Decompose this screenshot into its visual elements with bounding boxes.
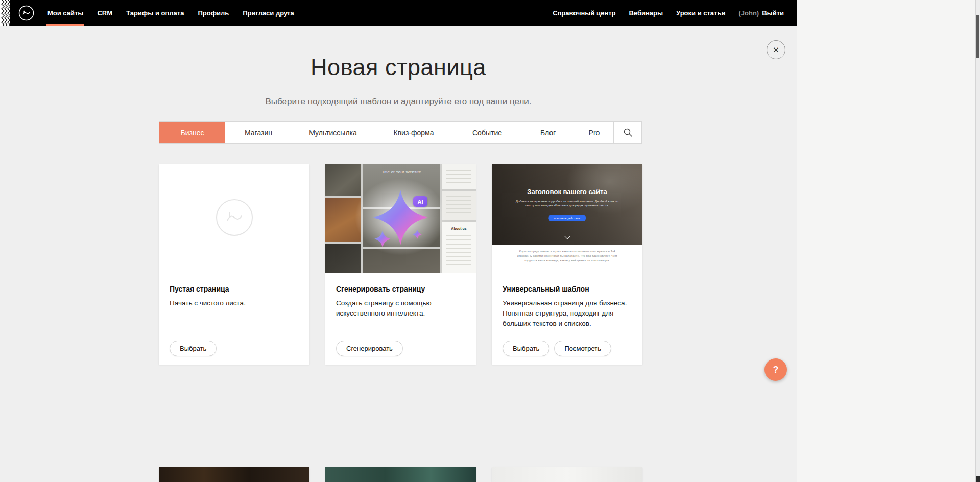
select-blank-button[interactable]: Выбрать bbox=[170, 341, 217, 356]
tab-business[interactable]: Бизнес bbox=[159, 122, 225, 143]
nav-webinars[interactable]: Вебинары bbox=[629, 0, 663, 26]
generate-page-button[interactable]: Сгенерировать bbox=[336, 341, 403, 356]
template-search-button[interactable] bbox=[613, 122, 641, 143]
template-card-universal[interactable]: Заголовок вашего сайта Добавьте интересн… bbox=[492, 164, 642, 365]
account-section: (John) Выйти bbox=[738, 0, 784, 26]
secondary-nav: Справочный центр Вебинары Уроки и статьи… bbox=[553, 0, 784, 26]
card-description: Начать с чистого листа. bbox=[170, 298, 299, 308]
card-title: Универсальный шаблон bbox=[503, 285, 632, 293]
preview-subtext: Добавьте интересные подробности о вашей … bbox=[515, 199, 619, 207]
ai-badge: AI bbox=[413, 196, 427, 207]
tilda-logo[interactable] bbox=[18, 5, 34, 21]
top-navigation-bar: Мои сайты CRM Тарифы и оплата Профиль Пр… bbox=[0, 0, 797, 26]
template-card-partial[interactable] bbox=[159, 467, 309, 482]
nav-tariffs-payment[interactable]: Тарифы и оплата bbox=[126, 0, 184, 26]
card-actions: Выбрать bbox=[170, 341, 217, 356]
preview-cta-button: основное действие bbox=[548, 215, 586, 221]
dialog-subtitle: Выберите подходящий шаблон и адаптируйте… bbox=[0, 97, 797, 107]
ai-sparkle-icon bbox=[325, 164, 476, 273]
template-category-tabs: Бизнес Магазин Мультиссылка Квиз-форма С… bbox=[159, 121, 642, 144]
chevron-down-icon bbox=[564, 233, 570, 239]
template-card-partial[interactable] bbox=[492, 467, 642, 482]
logout-link[interactable]: Выйти bbox=[762, 9, 784, 17]
search-icon bbox=[624, 128, 632, 137]
preview-body-text: Коротко представьтесь и расскажите о ком… bbox=[492, 245, 642, 279]
tilda-watermark-icon bbox=[215, 198, 254, 237]
card-actions: Выбрать Посмотреть bbox=[503, 341, 611, 356]
card-title: Сгенерировать страницу bbox=[336, 285, 465, 293]
template-card-ai-generate[interactable]: Title of Your Website About us bbox=[325, 164, 476, 365]
select-universal-button[interactable]: Выбрать bbox=[503, 341, 549, 356]
dialog-title: Новая страница bbox=[0, 54, 797, 81]
tab-multilink[interactable]: Мультиссылка bbox=[292, 122, 374, 143]
account-name: (John) bbox=[738, 9, 759, 17]
template-card-blank[interactable]: Пустая страница Начать с чистого листа. … bbox=[159, 164, 309, 365]
scrollbar[interactable] bbox=[975, 0, 980, 482]
card-title: Пустая страница bbox=[170, 285, 299, 293]
tab-blog[interactable]: Блог bbox=[521, 122, 575, 143]
nav-help-center[interactable]: Справочный центр bbox=[553, 0, 615, 26]
template-card-partial[interactable] bbox=[325, 467, 476, 482]
nav-crm[interactable]: CRM bbox=[97, 0, 112, 26]
tilda-app-window: Мои сайты CRM Тарифы и оплата Профиль Пр… bbox=[0, 0, 797, 482]
preview-hero-section: Заголовок вашего сайта Добавьте интересн… bbox=[492, 164, 642, 245]
nav-invite-friend[interactable]: Пригласи друга bbox=[243, 0, 294, 26]
card-actions: Сгенерировать bbox=[336, 341, 403, 356]
tab-event[interactable]: Событие bbox=[453, 122, 521, 143]
tab-pro[interactable]: Pro bbox=[575, 122, 613, 143]
main-nav: Мои сайты CRM Тарифы и оплата Профиль Пр… bbox=[47, 0, 294, 26]
nav-lessons-articles[interactable]: Уроки и статьи bbox=[676, 0, 725, 26]
tab-shop[interactable]: Магазин bbox=[225, 122, 292, 143]
nav-profile[interactable]: Профиль bbox=[198, 0, 229, 26]
close-icon: ✕ bbox=[773, 45, 779, 54]
template-grid: Пустая страница Начать с чистого листа. … bbox=[159, 164, 642, 365]
card-description: Универсальная страница для бизнеса. Поня… bbox=[503, 298, 632, 329]
tab-quiz-form[interactable]: Квиз-форма bbox=[374, 122, 453, 143]
scrollbar-thumb[interactable] bbox=[976, 15, 979, 58]
nav-my-sites[interactable]: Мои сайты bbox=[47, 0, 83, 26]
scrollbar-down-arrow[interactable] bbox=[976, 476, 980, 482]
preview-universal-button[interactable]: Посмотреть bbox=[554, 341, 611, 356]
tilda-zigzag-decoration bbox=[0, 0, 10, 26]
help-button[interactable]: ? bbox=[764, 358, 787, 381]
template-preview-image: Заголовок вашего сайта Добавьте интересн… bbox=[492, 164, 642, 279]
preview-heading: Заголовок вашего сайта bbox=[492, 188, 642, 196]
ai-preview-collage: Title of Your Website About us bbox=[325, 164, 476, 273]
card-description: Создать страницу с помощью искусственног… bbox=[336, 298, 465, 319]
